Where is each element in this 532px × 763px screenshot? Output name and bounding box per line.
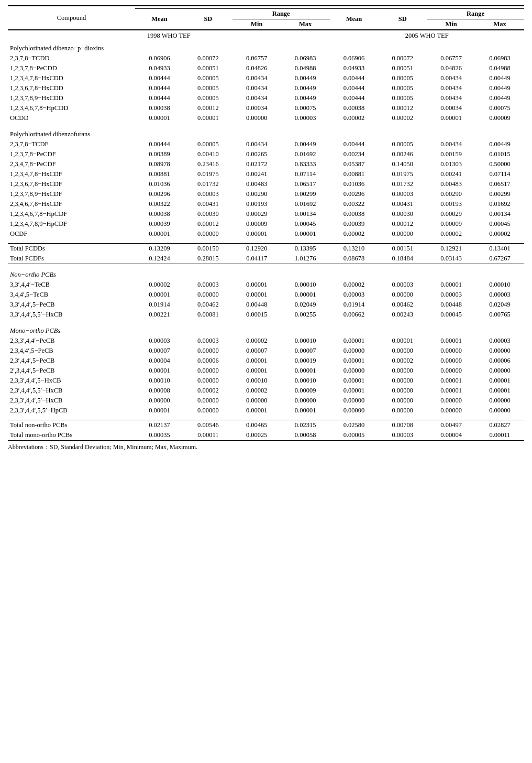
mean1-header: Mean <box>135 9 184 30</box>
max2-cell: 0.07114 <box>475 169 524 179</box>
sd2-cell: 0.00030 <box>378 209 427 219</box>
mean1-cell: 0.00389 <box>135 149 184 159</box>
max1-cell: 0.06517 <box>281 179 330 189</box>
sd1-cell: 0.00002 <box>184 386 232 396</box>
total-min1-cell: 0.00025 <box>232 430 281 441</box>
max1-cell: 0.04988 <box>281 63 330 73</box>
min2-cell: 0.06757 <box>427 53 475 63</box>
total-sd2-cell: 0.00708 <box>378 420 427 430</box>
min2-cell: 0.00009 <box>427 219 475 229</box>
mean1-cell: 0.00002 <box>135 280 184 290</box>
table-row: 2,3,7,8−TCDF 0.00444 0.00005 0.00434 0.0… <box>8 139 524 149</box>
min2-cell: 0.00001 <box>427 386 475 396</box>
mean1-cell: 0.00039 <box>135 219 184 229</box>
compound-cell: 1,2,3,7,8−PeCDD <box>8 63 135 73</box>
table-row: 3,4,4′,5−TeCB 0.00001 0.00000 0.00001 0.… <box>8 290 524 300</box>
compound-cell: 1,2,3,6,7,8−HxCDF <box>8 179 135 189</box>
sd2-cell: 0.01732 <box>378 179 427 189</box>
compound-cell: 2,3,4,7,8−PeCDF <box>8 159 135 169</box>
spacer-cell <box>8 239 524 243</box>
compound-cell: 2,3′,4,4′,5,5′−HxCB <box>8 386 135 396</box>
total-min1-cell: 0.12920 <box>232 243 281 254</box>
max1-cell: 0.07114 <box>281 169 330 179</box>
section-header-row: Mono−ortho PCBs <box>8 324 524 336</box>
sd1-cell: 0.00462 <box>184 300 232 310</box>
min2-cell: 0.00001 <box>427 280 475 290</box>
max2-cell: 0.00045 <box>475 219 524 229</box>
table-row: OCDF 0.00001 0.00000 0.00001 0.00001 0.0… <box>8 229 524 239</box>
total-min2-cell: 0.00004 <box>427 430 475 441</box>
total-compound-cell: Total PCDDs <box>8 243 135 254</box>
mean2-cell: 0.00002 <box>330 229 379 239</box>
min1-cell: 0.00001 <box>232 406 281 416</box>
total-row: Total PCDFs 0.12424 0.28015 0.04117 1.01… <box>8 254 524 264</box>
sd1-cell: 0.00005 <box>184 93 232 103</box>
sd2-header: SD <box>378 9 427 30</box>
sd2-cell: 0.00012 <box>378 219 427 229</box>
min2-cell: 0.00000 <box>427 346 475 356</box>
max2-cell: 0.00003 <box>475 336 524 346</box>
mean1-cell: 0.00000 <box>135 396 184 406</box>
table-row: 2,3,3′,4,4′,5−HxCB 0.00010 0.00000 0.000… <box>8 376 524 386</box>
min1-cell: 0.00001 <box>232 366 281 376</box>
max2-cell: 0.00299 <box>475 189 524 199</box>
table-row: 3,3′,4,4′−TeCB 0.00002 0.00003 0.00001 0… <box>8 280 524 290</box>
sd1-cell: 0.01732 <box>184 179 232 189</box>
section-header-row: Polychlorinated dibenzo−p−dioxins <box>8 41 524 53</box>
total-sd1-cell: 0.28015 <box>184 254 232 264</box>
total-min2-cell: 0.12921 <box>427 243 475 254</box>
compound-cell: 1,2,3,4,7,8,9−HpCDF <box>8 219 135 229</box>
compound-cell: 2,3,3′,4,4′,5′−HxCB <box>8 396 135 406</box>
mean1-cell: 0.00038 <box>135 103 184 113</box>
spacer-row <box>8 416 524 420</box>
sd2-cell: 0.14050 <box>378 159 427 169</box>
mean2-cell: 0.01914 <box>330 300 379 310</box>
total-compound-cell: Total non-ortho PCBs <box>8 420 135 430</box>
max2-cell: 0.00000 <box>475 366 524 376</box>
min2-cell: 0.01303 <box>427 159 475 169</box>
compound-cell: 1,2,3,7,8,9−HxCDF <box>8 189 135 199</box>
total-sd2-cell: 0.18484 <box>378 254 427 264</box>
max1-cell: 0.06983 <box>281 53 330 63</box>
min2-cell: 0.00241 <box>427 169 475 179</box>
mean1-cell: 0.00296 <box>135 189 184 199</box>
total-row: Total PCDDs 0.13209 0.00150 0.12920 0.13… <box>8 243 524 254</box>
table-row: 2,3′,4,4′,5−PeCB 0.00004 0.00006 0.00001… <box>8 356 524 366</box>
sd1-cell: 0.00000 <box>184 366 232 376</box>
compound-header: Compound <box>8 6 135 30</box>
compound-cell: 1,2,3,4,6,7,8−HpCDF <box>8 209 135 219</box>
min1-cell: 0.00434 <box>232 83 281 93</box>
max1-cell: 0.00449 <box>281 93 330 103</box>
min1-cell: 0.00434 <box>232 139 281 149</box>
sd1-cell: 0.00006 <box>184 356 232 366</box>
max1-cell: 0.00001 <box>281 229 330 239</box>
total-sd1-cell: 0.00011 <box>184 430 232 441</box>
mean2-cell: 0.00234 <box>330 149 379 159</box>
max2-cell: 0.00449 <box>475 73 524 83</box>
spacer-cell <box>8 320 524 324</box>
min1-cell: 0.00002 <box>232 386 281 396</box>
mean1-cell: 0.00001 <box>135 406 184 416</box>
min2-cell: 0.00434 <box>427 139 475 149</box>
sd1-cell: 0.00000 <box>184 406 232 416</box>
max1-header: Max <box>281 19 330 30</box>
compound-cell: 1,2,3,7,8,9−HxCDD <box>8 93 135 103</box>
total-compound-cell: Total PCDFs <box>8 254 135 264</box>
mean1-cell: 0.00010 <box>135 376 184 386</box>
max2-cell: 0.01692 <box>475 199 524 209</box>
table-row: 2′,3,4,4′,5−PeCB 0.00001 0.00000 0.00001… <box>8 366 524 376</box>
mean2-cell: 0.00662 <box>330 310 379 320</box>
compound-cell: 3,4,4′,5−TeCB <box>8 290 135 300</box>
min2-cell: 0.00434 <box>427 73 475 83</box>
max2-cell: 0.00006 <box>475 356 524 366</box>
total-max2-cell: 0.02827 <box>475 420 524 430</box>
table-row: 1,2,3,4,7,8−HxCDF 0.00881 0.01975 0.0024… <box>8 169 524 179</box>
sd1-cell: 0.00003 <box>184 336 232 346</box>
spacer-row <box>8 239 524 243</box>
min2-cell: 0.00448 <box>427 300 475 310</box>
mean1-cell: 0.00444 <box>135 73 184 83</box>
mean1-cell: 0.00444 <box>135 83 184 93</box>
total-sd1-cell: 0.00546 <box>184 420 232 430</box>
total-mean1-cell: 0.00035 <box>135 430 184 441</box>
min1-cell: 0.00007 <box>232 346 281 356</box>
